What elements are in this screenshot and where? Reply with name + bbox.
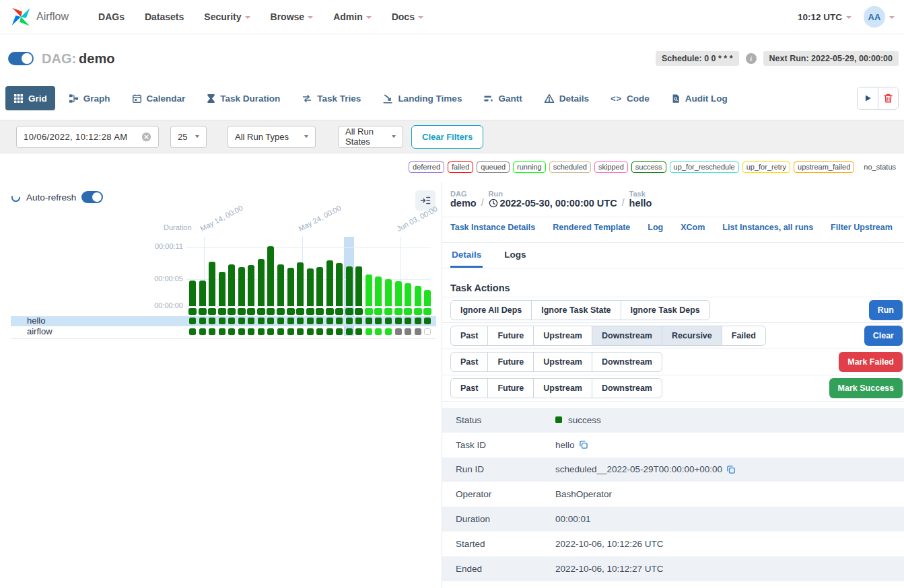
option-failed-button[interactable]: Failed [722,326,766,346]
run-duration-bar[interactable] [366,274,372,306]
option-future-button[interactable]: Future [487,352,534,372]
timezone-selector[interactable]: 10:12 UTC [798,12,851,22]
run-duration-bar[interactable] [355,266,362,306]
info-icon[interactable]: i [746,53,757,64]
base-date-input[interactable]: 10/06/2022, 10:12:28 AM [16,126,159,148]
breadcrumb-run[interactable]: Run 2022-05-30, 00:00:00 UTC [489,190,617,209]
run-states-select[interactable]: All Run States [338,126,403,148]
tab-logs[interactable]: Logs [503,246,527,268]
dag-run-square[interactable] [267,308,275,315]
option-upstream-button[interactable]: Upstream [533,326,592,346]
dag-pause-toggle[interactable] [8,52,34,65]
task-instance-square[interactable] [209,318,215,324]
copy-icon[interactable] [726,465,736,474]
tab-grid[interactable]: Grid [5,86,55,110]
dag-run-square[interactable] [199,308,207,315]
option-downstream-button[interactable]: Downstream [592,352,662,372]
run-duration-bar[interactable] [189,281,196,306]
tab-graph[interactable]: Graph [61,86,118,110]
clear-filters-button[interactable]: Clear Filters [411,125,483,149]
option-ignore-task-deps-button[interactable]: Ignore Task Deps [621,300,710,320]
clear-button[interactable]: Clear [864,326,903,346]
task-instance-square[interactable] [346,318,353,324]
task-instance-square[interactable] [415,328,421,335]
task-instance-square[interactable] [405,328,411,335]
option-future-button[interactable]: Future [487,326,534,346]
page-size-select[interactable]: 25 [170,126,207,148]
dag-run-square[interactable] [296,308,304,315]
run-button[interactable]: Run [869,300,903,320]
task-row-label-hello[interactable]: hello [27,316,45,326]
dag-run-square[interactable] [247,308,255,315]
mark-success-button[interactable]: Mark Success [829,378,903,398]
run-duration-bar[interactable] [287,268,294,306]
task-instance-square[interactable] [366,328,372,335]
option-future-button[interactable]: Future [487,378,534,398]
tab-landing-times[interactable]: Landing Times [374,86,470,110]
link-task-instance-details[interactable]: Task Instance Details [450,223,535,232]
task-instance-square[interactable] [258,318,265,324]
task-instance-square[interactable] [297,318,304,324]
task-instance-square[interactable] [316,328,323,335]
task-instance-square[interactable] [238,318,245,324]
dag-run-square[interactable] [257,308,265,315]
link-rendered-template[interactable]: Rendered Template [553,223,630,232]
task-instance-square[interactable] [277,328,284,335]
dag-run-square[interactable] [414,308,422,315]
task-instance-square[interactable] [355,318,362,324]
run-types-select[interactable]: All Run Types [228,126,316,148]
task-instance-square[interactable] [228,318,235,324]
task-instance-square[interactable] [395,328,402,335]
run-duration-bar[interactable] [297,262,304,306]
task-instance-square[interactable] [199,318,206,324]
breadcrumb-task[interactable]: Task hello [629,190,652,209]
run-duration-bar[interactable] [346,266,353,306]
dag-run-square[interactable] [394,308,403,315]
run-duration-bar[interactable] [375,277,382,306]
task-instance-square[interactable] [424,328,431,335]
run-duration-bar[interactable] [209,262,215,306]
task-instance-square[interactable] [375,318,382,324]
tab-gantt[interactable]: Gantt [475,86,530,110]
task-instance-square[interactable] [219,318,225,324]
run-duration-bar[interactable] [395,281,402,306]
run-duration-bar[interactable] [277,264,284,306]
copy-icon[interactable] [579,440,588,449]
task-instance-square[interactable] [267,328,274,335]
task-instance-square[interactable] [415,318,421,324]
dag-run-square[interactable] [335,308,343,315]
run-duration-bar[interactable] [415,286,421,306]
dag-run-square[interactable] [316,308,324,315]
task-instance-square[interactable] [405,318,411,324]
link-list-instances-all-runs[interactable]: List Instances, all runs [722,223,813,232]
option-ignore-task-state-button[interactable]: Ignore Task State [531,300,621,320]
task-instance-square[interactable] [267,318,274,324]
run-duration-bar[interactable] [307,268,314,306]
task-instance-square[interactable] [336,328,343,335]
mark-failed-button[interactable]: Mark Failed [839,352,903,372]
task-instance-square[interactable] [228,328,235,335]
task-instance-square[interactable] [287,318,294,324]
task-instance-square[interactable] [277,318,284,324]
task-instance-square[interactable] [326,318,333,324]
run-duration-bar[interactable] [267,246,274,306]
dag-run-square[interactable] [404,308,412,315]
nav-item-dags[interactable]: DAGs [98,11,125,22]
task-instance-square[interactable] [287,328,294,335]
option-recursive-button[interactable]: Recursive [662,326,722,346]
task-instance-square[interactable] [307,318,314,324]
dag-run-square[interactable] [306,308,314,315]
task-instance-square[interactable] [238,328,245,335]
dag-run-square[interactable] [208,308,216,315]
nav-item-admin[interactable]: Admin [333,11,372,22]
tab-details[interactable]: Details [536,86,597,110]
dag-run-square[interactable] [384,308,392,315]
task-instance-square[interactable] [424,318,431,324]
run-duration-bar[interactable] [424,290,431,306]
option-past-button[interactable]: Past [450,326,488,346]
tab-task-tries[interactable]: Task Tries [293,86,369,110]
task-instance-square[interactable] [326,328,333,335]
dag-run-square[interactable] [228,308,236,315]
tab-task-duration[interactable]: Task Duration [199,86,288,110]
task-instance-square[interactable] [307,328,314,335]
